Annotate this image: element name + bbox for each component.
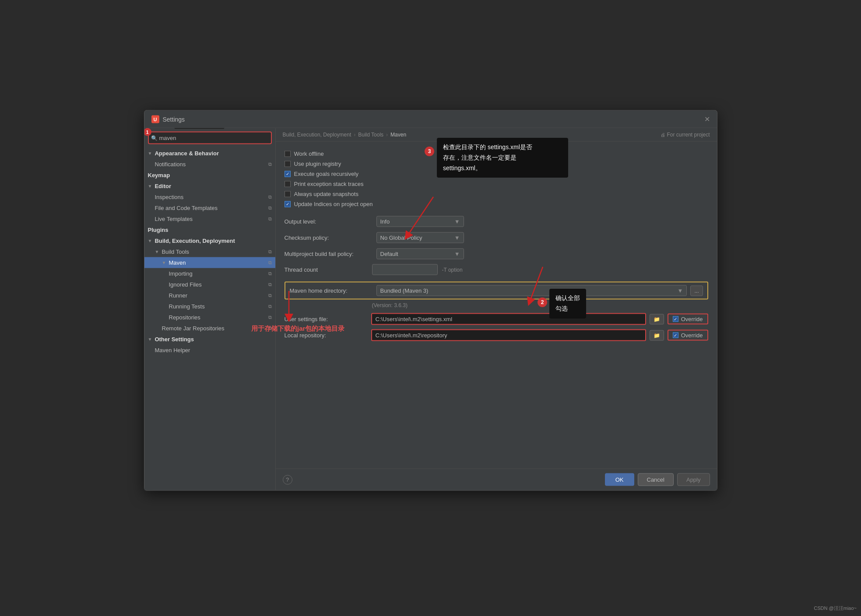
apply-button[interactable]: Apply <box>677 473 710 486</box>
dropdown-arrow: ▼ <box>454 218 460 225</box>
multiproject-select[interactable]: Default ▼ <box>376 248 464 259</box>
sidebar-item-maven[interactable]: ▼ Maven ⧉ <box>144 257 275 268</box>
csdn-watermark: CSDN @汪汪miao~ <box>814 605 857 612</box>
bottom-bar: ? OK Cancel Apply <box>276 469 717 490</box>
local-repo-override: Override <box>668 330 708 341</box>
local-repo-input[interactable] <box>371 329 646 341</box>
sidebar-item-appearance[interactable]: ▼ Appearance & Behavior <box>144 148 275 159</box>
output-level-label: Output level: <box>285 218 372 225</box>
help-button[interactable]: ? <box>283 475 292 484</box>
search-input[interactable] <box>148 132 272 144</box>
sidebar-item-build-execution[interactable]: ▼ Build, Execution, Deployment <box>144 235 275 246</box>
checkbox-label: Update Indices on project open <box>294 201 373 207</box>
annotation-badge-3: 3 <box>425 147 434 156</box>
checkbox-label: Execute goals recursively <box>294 171 358 177</box>
breadcrumb-sep2: › <box>386 132 388 138</box>
arrow-icon: ▼ <box>148 337 152 342</box>
sidebar-item-runner[interactable]: Runner ⧉ <box>144 290 275 301</box>
sidebar-item-notifications[interactable]: Notifications ⧉ <box>144 159 275 170</box>
sidebar-item-live-templates[interactable]: Live Templates ⧉ <box>144 214 275 224</box>
override-label: Override <box>681 332 703 339</box>
annotation-badge-2: 2 <box>538 298 547 307</box>
copy-icon: ⧉ <box>268 260 272 266</box>
dropdown-arrow: ▼ <box>678 287 683 294</box>
copy-icon: ⧉ <box>268 205 272 211</box>
search-box: 1 🔍 输入maven搜索 <box>148 132 272 144</box>
checkbox-control[interactable] <box>285 181 291 187</box>
search-tooltip: 输入maven搜索 <box>174 128 225 129</box>
dialog-title: Settings <box>163 116 185 122</box>
user-settings-input[interactable] <box>371 313 646 325</box>
breadcrumb-sep: › <box>354 132 355 138</box>
main-content: Build, Execution, Deployment › Build Too… <box>276 128 717 490</box>
sidebar-item-editor[interactable]: ▼ Editor <box>144 181 275 192</box>
sidebar-item-ignored-files[interactable]: Ignored Files ⧉ <box>144 279 275 290</box>
thread-row: Thread count -T option <box>285 262 708 277</box>
title-bar: U Settings ✕ <box>144 111 717 128</box>
copy-icon: ⧉ <box>268 161 272 167</box>
thread-label: Thread count <box>285 266 368 273</box>
maven-home-row: Maven home directory: Bundled (Maven 3) … <box>285 282 708 300</box>
maven-home-browse-button[interactable]: ... <box>690 285 703 296</box>
checksum-label: Checksum policy: <box>285 234 372 241</box>
annotation-box-2: 确认全部勾选 <box>549 289 586 318</box>
annotation-arrow-bottom <box>280 287 298 322</box>
breadcrumb-part3: Maven <box>390 132 406 138</box>
close-button[interactable]: ✕ <box>704 115 710 123</box>
breadcrumb-part2: Build Tools <box>358 132 383 138</box>
checkbox-update-indices[interactable]: Update Indices on project open <box>285 199 708 209</box>
checkbox-print-exception[interactable]: Print exception stack traces <box>285 179 708 189</box>
checkbox-control[interactable] <box>285 191 291 197</box>
maven-home-label: Maven home directory: <box>290 287 373 294</box>
arrow-icon: ▼ <box>148 238 152 243</box>
thread-input[interactable] <box>372 264 438 275</box>
dropdown-arrow: ▼ <box>454 251 460 257</box>
sidebar-item-importing[interactable]: Importing ⧉ <box>144 268 275 279</box>
override-checkbox[interactable] <box>673 316 678 322</box>
sidebar-item-keymap[interactable]: Keymap <box>144 170 275 181</box>
copy-icon: ⧉ <box>268 271 272 276</box>
ok-button[interactable]: OK <box>605 473 634 486</box>
sidebar-item-plugins[interactable]: Plugins <box>144 224 275 235</box>
arrow-icon: ▼ <box>155 249 159 254</box>
settings-content: Work offline Use plugin registry Execute… <box>276 142 717 469</box>
user-settings-override: Override <box>668 314 708 325</box>
checkbox-control[interactable] <box>285 161 291 167</box>
checkbox-always-update[interactable]: Always update snapshots <box>285 189 708 199</box>
sidebar-item-maven-helper[interactable]: Maven Helper <box>144 345 275 356</box>
dropdown-arrow: ▼ <box>454 234 460 241</box>
t-option-label: -T option <box>442 266 463 273</box>
copy-icon: ⧉ <box>268 249 272 255</box>
multiproject-row: Multiproject build fail policy: Default … <box>285 246 708 262</box>
annotation-arrow-3 <box>394 192 446 245</box>
sidebar-item-build-tools[interactable]: ▼ Build Tools ⧉ <box>144 246 275 257</box>
checkbox-label: Work offline <box>294 150 324 157</box>
multiproject-label: Multiproject build fail policy: <box>285 251 372 257</box>
arrow-icon: ▼ <box>148 151 152 156</box>
breadcrumb-part1: Build, Execution, Deployment <box>283 132 351 138</box>
sidebar-item-file-code-templates[interactable]: File and Code Templates ⧉ <box>144 203 275 214</box>
output-level-row: Output level: Info ▼ <box>285 214 708 230</box>
arrow-icon: ▼ <box>148 184 152 189</box>
svg-line-0 <box>407 197 433 236</box>
copy-icon: ⧉ <box>268 216 272 222</box>
copy-icon: ⧉ <box>268 293 272 298</box>
annotation-box-3: 检查此目录下的 settings.xml是否 存在，注意文件名一定要是 sett… <box>437 138 568 178</box>
checkbox-control[interactable] <box>285 171 291 177</box>
annotation-box-bottom: 用于存储下载的jar包的本地目录 <box>245 319 351 338</box>
sidebar-item-inspections[interactable]: Inspections ⧉ <box>144 192 275 203</box>
checkbox-control[interactable] <box>285 201 291 207</box>
checkbox-label: Always update snapshots <box>294 191 358 197</box>
cancel-button[interactable]: Cancel <box>638 473 674 486</box>
user-settings-browse-button[interactable]: 📁 <box>650 314 664 324</box>
app-icon: U <box>151 115 159 123</box>
copy-icon: ⧉ <box>268 304 272 309</box>
title-bar-left: U Settings <box>151 115 185 123</box>
copy-icon: ⧉ <box>268 194 272 200</box>
sidebar-item-running-tests[interactable]: Running Tests ⧉ <box>144 301 275 312</box>
search-icon: 🔍 <box>151 135 158 141</box>
override-checkbox[interactable] <box>673 332 678 338</box>
checkbox-label: Use plugin registry <box>294 161 341 167</box>
checkbox-control[interactable] <box>285 150 291 157</box>
local-repo-browse-button[interactable]: 📁 <box>650 330 664 340</box>
